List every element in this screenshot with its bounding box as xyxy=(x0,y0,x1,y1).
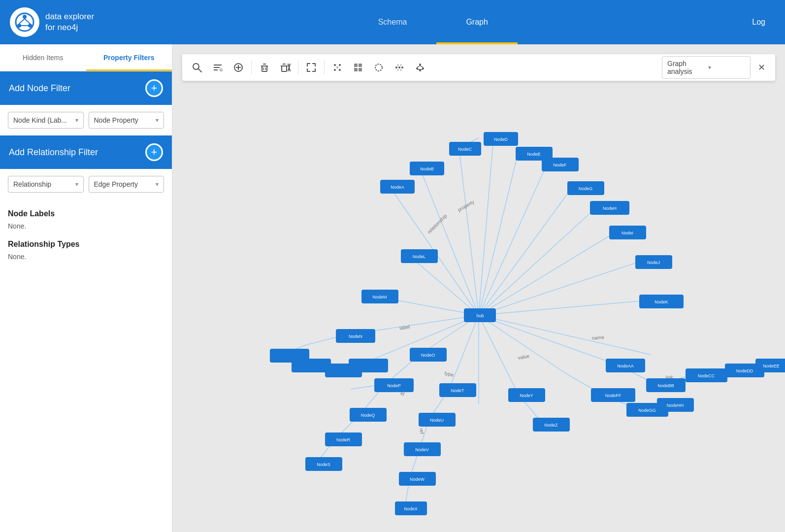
relationship-chevron: ▾ xyxy=(75,181,78,188)
svg-text:NodeGG: NodeGG xyxy=(638,408,656,413)
svg-point-39 xyxy=(398,66,400,68)
svg-text:NodeC: NodeC xyxy=(458,147,472,152)
svg-text:NodeEE: NodeEE xyxy=(763,364,780,368)
svg-text:ref: ref xyxy=(419,428,425,434)
add-node-filter-header: Add Node Filter + xyxy=(0,71,172,105)
tab-hidden-items[interactable]: Hidden Items xyxy=(0,44,86,71)
header: data explorer for neo4j Schema Graph Log xyxy=(0,0,785,44)
toolbar-close-button[interactable]: ✕ xyxy=(753,60,769,75)
sidebar: Hidden Items Property Filters Add Node F… xyxy=(0,44,172,532)
svg-point-41 xyxy=(397,65,399,66)
svg-text:NodeV: NodeV xyxy=(415,447,429,452)
svg-rect-33 xyxy=(354,64,358,67)
layout1-button[interactable] xyxy=(328,59,346,76)
add-relationship-filter-button[interactable]: + xyxy=(145,143,163,161)
svg-rect-36 xyxy=(359,68,362,71)
svg-text:NodeBB: NodeBB xyxy=(657,383,674,388)
nav-graph[interactable]: Graph xyxy=(436,0,517,44)
nav-tabs: Schema Graph xyxy=(114,0,752,44)
toolbar-divider-3 xyxy=(324,61,325,74)
svg-text:name: name xyxy=(591,334,604,341)
svg-text:NodeHH: NodeHH xyxy=(667,403,684,408)
svg-rect-18 xyxy=(262,66,267,71)
analysis-dropdown[interactable]: Graph analysis ▾ xyxy=(662,56,751,79)
add-node-button[interactable] xyxy=(229,59,247,76)
toolbar-divider-1 xyxy=(251,61,252,74)
graph-svg: relationship property label type value n… xyxy=(172,89,785,532)
svg-point-45 xyxy=(419,64,421,66)
layout2-button[interactable] xyxy=(349,59,367,76)
svg-text:NodeZ: NodeZ xyxy=(544,423,558,428)
svg-text:NodeE: NodeE xyxy=(527,152,541,157)
svg-text:NodeDD: NodeDD xyxy=(736,368,753,373)
relationship-type-dropdown[interactable]: Relationship ▾ xyxy=(8,176,84,193)
svg-point-43 xyxy=(397,69,399,71)
svg-point-7 xyxy=(193,64,199,69)
edge-property-dropdown[interactable]: Edge Property ▾ xyxy=(89,176,164,193)
svg-text:NodeK: NodeK xyxy=(654,299,668,304)
main-layout: Hidden Items Property Filters Add Node F… xyxy=(0,44,785,532)
node-labels-value: None. xyxy=(8,222,164,230)
add-relationship-filter-header: Add Relationship Filter + xyxy=(0,135,172,169)
relationship-types-title: Relationship Types xyxy=(8,240,164,249)
logo-icon xyxy=(10,7,39,37)
svg-text:NodeQ: NodeQ xyxy=(361,413,375,418)
add-node-filter-button[interactable]: + xyxy=(145,79,163,97)
layout3-button[interactable] xyxy=(370,59,388,76)
node-kind-dropdown[interactable]: Node Kind (Lab... ▾ xyxy=(8,112,84,129)
logo-area: data explorer for neo4j xyxy=(10,7,94,37)
edge-property-chevron: ▾ xyxy=(156,181,159,188)
nav-schema[interactable]: Schema xyxy=(349,0,437,44)
svg-point-44 xyxy=(400,69,402,71)
toolbar-divider-2 xyxy=(298,61,298,74)
svg-text:NodeA: NodeA xyxy=(391,185,404,190)
svg-text:NodeB: NodeB xyxy=(420,166,434,171)
svg-text:NodeO: NodeO xyxy=(421,353,435,358)
graph-area: Graph analysis ▾ ✕ xyxy=(172,44,785,532)
svg-text:NodeU: NodeU xyxy=(430,418,444,423)
node-labels-section: Node Labels None. Relationship Types Non… xyxy=(0,200,172,275)
sidebar-tabs: Hidden Items Property Filters xyxy=(0,44,172,71)
svg-rect-124 xyxy=(325,364,362,377)
svg-text:NodeF: NodeF xyxy=(553,163,567,167)
svg-point-29 xyxy=(339,64,341,66)
svg-point-37 xyxy=(375,64,382,71)
node-property-dropdown[interactable]: Node Property ▾ xyxy=(89,112,164,129)
svg-text:NodeX: NodeX xyxy=(404,506,418,511)
svg-text:NodeW: NodeW xyxy=(410,477,425,482)
layout4-button[interactable] xyxy=(391,59,408,76)
node-property-chevron: ▾ xyxy=(156,117,159,124)
add-filter-button[interactable] xyxy=(209,59,227,76)
svg-text:NodeL: NodeL xyxy=(413,254,426,259)
tab-property-filters[interactable]: Property Filters xyxy=(86,44,172,71)
svg-text:NodeCC: NodeCC xyxy=(698,373,715,378)
svg-point-38 xyxy=(395,66,397,68)
node-labels-title: Node Labels xyxy=(8,209,164,218)
svg-line-8 xyxy=(198,69,201,72)
delete-all-button[interactable] xyxy=(276,59,294,76)
graph-canvas[interactable]: relationship property label type value n… xyxy=(172,89,785,532)
fullscreen-button[interactable] xyxy=(302,59,320,76)
svg-text:NodeT: NodeT xyxy=(451,388,464,393)
delete-button[interactable] xyxy=(256,59,273,76)
svg-line-4 xyxy=(19,19,25,24)
relationship-filter-title: Add Relationship Filter xyxy=(9,147,98,158)
svg-rect-34 xyxy=(359,64,362,67)
svg-point-32 xyxy=(336,66,338,68)
svg-text:hub: hub xyxy=(476,313,484,318)
analysis-chevron-icon: ▾ xyxy=(708,64,745,71)
svg-line-50 xyxy=(420,66,423,67)
svg-text:NodeFF: NodeFF xyxy=(605,393,621,398)
nav-log[interactable]: Log xyxy=(752,18,775,27)
svg-point-42 xyxy=(400,65,402,66)
svg-rect-23 xyxy=(282,66,287,71)
node-filter-title: Add Node Filter xyxy=(9,83,70,94)
relationship-types-value: None. xyxy=(8,253,164,261)
search-button[interactable] xyxy=(188,59,206,76)
svg-point-28 xyxy=(334,64,336,66)
svg-text:NodeD: NodeD xyxy=(494,137,508,142)
svg-text:NodeR: NodeR xyxy=(336,437,351,442)
svg-text:NodeY: NodeY xyxy=(520,393,533,398)
svg-line-5 xyxy=(25,19,30,24)
layout5-button[interactable] xyxy=(411,59,429,76)
